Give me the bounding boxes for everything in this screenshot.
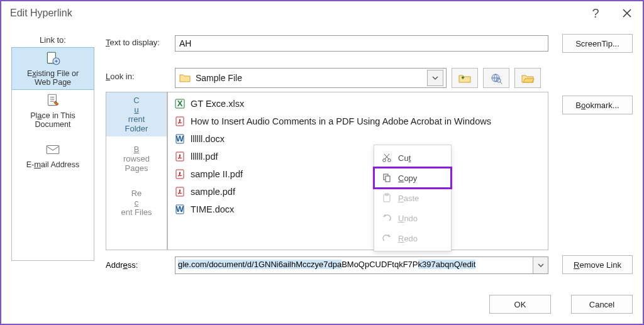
close-button[interactable] [611,1,643,25]
look-in-label: Look in: [106,72,135,81]
browse-mode-tabs: CurrentFolder BrowsedPages Recent Files [106,92,167,250]
file-row[interactable]: WTIME.docx [173,201,543,218]
menu-paste-label: Paste [398,194,419,203]
svg-text:W: W [176,134,184,143]
context-menu: Cut Copy Paste Undo Redo [374,145,452,251]
svg-point-17 [388,159,391,162]
linkto-existing-file-label: Existing File orWeb Page [27,69,79,87]
tab-browsed-pages[interactable]: BrowsedPages [106,136,167,180]
screentip-button[interactable]: ScreenTip... [562,34,633,53]
linkto-place-in-doc-label: Place in ThisDocument [30,111,75,129]
linkto-existing-file[interactable]: Existing File orWeb Page [11,47,94,90]
text-to-display-input[interactable] [175,35,548,52]
up-folder-icon [458,72,472,84]
file-row[interactable]: Wllllll.docx [173,130,543,148]
close-icon [623,9,631,18]
linkto-email[interactable]: E-mail Address [12,140,94,171]
file-name: llllll.docx [191,134,225,144]
menu-undo: Undo [374,208,451,228]
file-row[interactable]: sample.pdf [173,183,543,201]
file-type-icon [173,151,187,162]
chevron-down-icon[interactable] [427,70,443,86]
file-type-icon [173,186,187,197]
file-type-icon [173,168,187,180]
up-one-level-button[interactable] [452,68,478,88]
svg-rect-21 [386,194,388,196]
remove-link-button[interactable]: Remove Link [562,255,633,274]
menu-copy-label: Copy [398,174,417,183]
link-to-section: Link to: Existing File orWeb Page [11,35,94,261]
ok-button[interactable]: OK [489,295,551,314]
cancel-button[interactable]: Cancel [571,295,633,314]
menu-undo-label: Undo [398,214,418,223]
link-to-panel: Existing File orWeb Page Place in ThisDo… [11,47,94,261]
svg-text:X: X [177,99,183,108]
email-icon [45,141,61,158]
menu-copy[interactable]: Copy [374,168,451,188]
copy-icon [382,173,392,183]
linkto-email-label: E-mail Address [26,160,80,169]
menu-redo: Redo [374,228,451,248]
file-list[interactable]: XGT Exce.xlsxHow to Insert Audio Comment… [167,92,548,250]
file-row[interactable]: llllll.pdf [173,148,543,165]
menu-paste: Paste [374,188,451,208]
text-to-display-label: Text to display: [106,38,160,47]
file-name: How to Insert Audio Comments in a PDF Us… [191,116,491,126]
svg-point-16 [383,159,386,162]
file-type-icon [173,116,187,127]
folder-icon [178,73,192,83]
file-row[interactable]: sample II.pdf [173,165,543,183]
cut-icon [382,153,392,163]
titlebar: Edit Hyperlink ? [1,1,643,25]
look-in-dropdown[interactable]: Sample File [175,68,447,88]
menu-redo-label: Redo [398,234,418,243]
menu-cut[interactable]: Cut [374,148,451,168]
file-name: TIME.docx [191,204,234,214]
file-name: sample II.pdf [191,169,243,179]
bookmark-button[interactable]: Bookmark... [562,96,633,114]
edit-hyperlink-dialog: Edit Hyperlink ? Link to: Existing File … [0,0,644,325]
tab-recent-files[interactable]: Recent Files [106,180,167,224]
place-in-doc-icon [45,92,61,109]
bookmark-label: Bookmark... [575,101,619,110]
paste-icon [382,193,392,203]
address-label: Address: [106,260,138,270]
file-name: llllll.pdf [191,151,218,162]
file-type-icon: W [173,133,187,145]
address-input[interactable]: gle.com/document/d/1GNNi6ailhMcczye7dpaB… [175,256,548,274]
svg-text:W: W [176,204,184,214]
link-to-label: Link to: [11,35,94,45]
browse-web-button[interactable] [483,68,509,88]
dialog-title: Edit Hyperlink [10,8,580,19]
web-search-icon [489,72,503,84]
svg-rect-19 [386,176,390,182]
undo-icon [382,213,392,223]
file-row[interactable]: XGT Exce.xlsx [173,95,543,113]
look-in-value: Sample File [192,73,427,83]
menu-cut-label: Cut [398,153,411,163]
browse-file-button[interactable] [514,68,541,88]
remove-link-label: Remove Link [574,260,621,270]
address-dropdown-button[interactable] [533,257,548,273]
file-type-icon: X [173,98,187,109]
file-name: GT Exce.xlsx [191,99,244,109]
linkto-place-in-doc[interactable]: Place in ThisDocument [12,89,94,132]
redo-icon [382,233,392,243]
address-value: gle.com/document/d/1GNNi6ailhMcczye7dpaB… [175,257,533,273]
open-folder-icon [521,72,535,84]
chevron-down-icon [538,262,544,268]
file-name: sample.pdf [191,187,235,197]
file-row[interactable]: How to Insert Audio Comments in a PDF Us… [173,113,543,130]
help-button[interactable]: ? [580,1,611,25]
existing-file-icon [45,50,61,67]
tab-current-folder[interactable]: CurrentFolder [106,92,167,136]
svg-rect-3 [47,146,59,154]
file-type-icon: W [173,204,187,215]
